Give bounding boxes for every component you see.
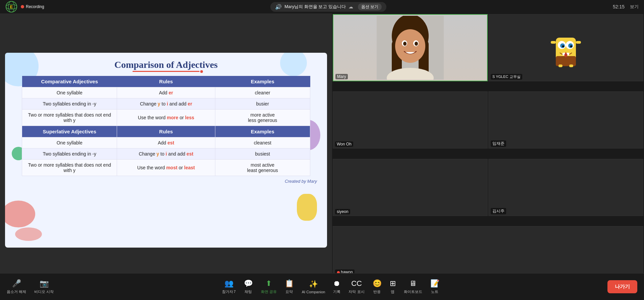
table-row: Two syllables ending in -y Change y to i… — [22, 98, 310, 109]
recording-dot — [21, 5, 24, 8]
table-row: One syllable Add er cleaner — [22, 87, 310, 98]
decoration-blob-red — [5, 201, 35, 227]
svg-rect-27 — [576, 41, 581, 44]
mute-label: 음소거 해제 — [7, 289, 26, 294]
svg-point-8 — [395, 29, 425, 63]
superlative-col3: Examples — [215, 126, 310, 137]
captions-icon: CC — [351, 279, 362, 288]
decoration-blob-yellow — [297, 194, 317, 221]
participant-name-mary: Mary — [335, 74, 348, 79]
whiteboard-icon: 🖥 — [409, 279, 417, 288]
summary-label: 요약 — [285, 289, 293, 294]
participant-tile-won-oh: Won Oh — [333, 91, 488, 148]
video-button[interactable]: 📷 비디오 시작 — [34, 279, 54, 294]
participants-button[interactable]: 👥 참가자7 — [222, 279, 236, 294]
adjectives-table: Comparative Adjectives Rules Examples On… — [22, 76, 310, 176]
participant-tile-yglec: S YGLEC 교무실 — [488, 14, 643, 81]
share-icon: ⬆ — [266, 279, 272, 288]
chat-icon: 💬 — [244, 279, 253, 288]
ai-label: AI Companion — [302, 290, 325, 294]
apps-icon: ⊞ — [390, 279, 396, 288]
toolbar-left: 🎤 음소거 해제 📷 비디오 시작 — [7, 279, 54, 294]
summary-icon: 📋 — [285, 279, 294, 288]
participant-name-won-oh: Won Oh — [335, 141, 353, 147]
participants-label: 참가자7 — [222, 289, 236, 294]
hawon-video-bg — [333, 226, 643, 276]
apps-label: 앱 — [391, 289, 394, 294]
recording-indicator: Recording — [21, 4, 44, 9]
table-row: Two or more syllables that does not end … — [22, 109, 310, 126]
captions-button[interactable]: CC 자막 표시 — [348, 279, 364, 294]
participant-name-yglec: S YGLEC 교무실 — [491, 74, 522, 80]
whiteboard-button[interactable]: 🖥 화이트보드 — [404, 279, 422, 294]
leave-button[interactable]: 나가기 — [607, 280, 637, 293]
participant-tile-hawon: hawon — [333, 226, 643, 276]
top-bar: E Recording 🔊 Mary님의 화면을 보고 있습니다 ☁ 옵션 보기… — [0, 0, 644, 13]
apps-button[interactable]: ⊞ 앱 — [390, 279, 396, 294]
ai-companion-button[interactable]: ✨ AI Companion — [302, 280, 325, 294]
captions-label: 자막 표시 — [348, 289, 364, 294]
participant-tile-im-jaejun: 임재준 — [488, 91, 643, 148]
mary-avatar — [377, 16, 444, 80]
summary-button[interactable]: 📋 요약 — [285, 279, 294, 294]
table-row: Two syllables ending in -y Change y to i… — [22, 148, 310, 159]
superlative-col2: Rules — [117, 126, 215, 137]
table-row: One syllable Add est cleanest — [22, 137, 310, 148]
participant-tile-mary: Mary — [333, 14, 488, 81]
main-content: Comparison of Adjectives Comparative Adj… — [0, 13, 644, 287]
superlative-section-header: Superlative Adjectives Rules Examples — [22, 126, 310, 137]
svg-point-11 — [403, 42, 407, 46]
share-button[interactable]: ⬆ 화면 공유 — [261, 279, 277, 294]
app-logo: E — [5, 1, 17, 13]
toolbar-center: 👥 참가자7 💬 채팅 ⬆ 화면 공유 📋 요약 ✨ AI Companion … — [222, 279, 439, 294]
notes-icon: 📝 — [430, 279, 439, 288]
timer: 52:15 — [613, 4, 625, 9]
participant-name-im-jaejun: 임재준 — [491, 140, 506, 147]
speaker-icon: 🔊 — [275, 4, 282, 10]
video-icon: 📷 — [40, 279, 49, 288]
record-label: 기록 — [333, 289, 340, 294]
record-icon: ⏺ — [333, 279, 340, 288]
reactions-label: 반응 — [373, 289, 381, 294]
chat-button[interactable]: 💬 채팅 — [244, 279, 253, 294]
kim-siju-video-bg — [489, 159, 643, 216]
slide-container: Comparison of Adjectives Comparative Adj… — [5, 53, 327, 248]
reactions-icon: 😊 — [373, 279, 382, 288]
svg-rect-26 — [551, 41, 556, 44]
video-label: 비디오 시작 — [34, 289, 54, 294]
title-underline — [132, 71, 200, 72]
svg-rect-28 — [558, 65, 562, 67]
participant-name-siyeon: siyeon — [335, 209, 350, 214]
record-button[interactable]: ⏺ 기록 — [333, 279, 340, 294]
share-label: 화면 공유 — [261, 289, 277, 294]
mute-icon: 🎤 — [12, 279, 21, 288]
topbar-center: 🔊 Mary님의 화면을 보고 있습니다 ☁ 옵션 보기 — [270, 2, 386, 12]
siyeon-video-bg — [333, 159, 487, 216]
won-oh-video-bg — [333, 92, 487, 148]
view-label[interactable]: 보기 — [630, 4, 639, 10]
reactions-button[interactable]: 😊 반응 — [373, 279, 382, 294]
options-button[interactable]: 옵션 보기 — [358, 3, 382, 10]
svg-point-20 — [562, 45, 564, 47]
svg-rect-29 — [569, 65, 573, 67]
participant-panel: Mary — [332, 13, 644, 287]
whiteboard-label: 화이트보드 — [404, 289, 422, 294]
mute-button[interactable]: 🎤 음소거 해제 — [7, 279, 26, 294]
recording-label: Recording — [26, 4, 44, 9]
svg-point-21 — [570, 45, 572, 47]
spongebob-svg — [549, 28, 583, 68]
slide-title: Comparison of Adjectives — [5, 59, 327, 70]
col-comparative: Comparative Adjectives — [22, 76, 117, 87]
cloud-icon: ☁ — [348, 4, 353, 9]
svg-text:E: E — [10, 5, 13, 9]
slide-area: Comparison of Adjectives Comparative Adj… — [0, 13, 332, 287]
toolbar: 🎤 음소거 해제 📷 비디오 시작 👥 참가자7 💬 채팅 ⬆ 화면 공유 📋 … — [0, 273, 644, 300]
participant-tile-kim-siju: 김시주 — [488, 159, 643, 216]
notes-button[interactable]: 📝 노트 — [430, 279, 439, 294]
superlative-col1: Superlative Adjectives — [22, 126, 117, 137]
decoration-blob-red2 — [15, 227, 42, 241]
toolbar-right: 나가기 — [607, 280, 637, 293]
chat-label: 채팅 — [245, 289, 252, 294]
notes-label: 노트 — [431, 289, 438, 294]
created-by: Created by Mary — [5, 179, 317, 184]
